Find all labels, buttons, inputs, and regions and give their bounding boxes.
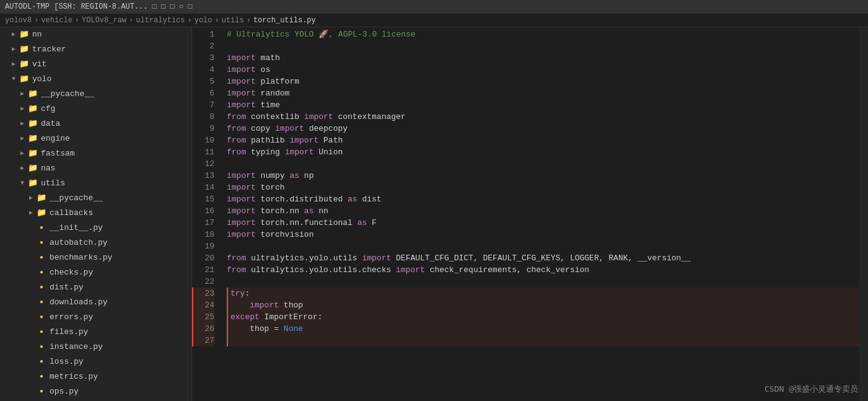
line-number: 19 bbox=[192, 240, 214, 252]
code-line: from ultralytics.yolo.utils.checks impor… bbox=[227, 264, 859, 276]
file-icon: ● bbox=[36, 326, 47, 338]
folder-icon: 📁 bbox=[36, 207, 47, 219]
line-number: 25 bbox=[192, 311, 214, 323]
line-numbers: 1234567891011121314151617181920212223242… bbox=[192, 27, 222, 401]
breadcrumb: yolov8›vehicle›YOLOv8_raw›ultralytics›yo… bbox=[5, 16, 316, 25]
sidebar-item-pycache__utils[interactable]: ▶📁__pycache__ bbox=[0, 191, 191, 206]
line-number: 12 bbox=[192, 158, 214, 170]
sidebar-item-pycache__yolo[interactable]: ▶📁__pycache__ bbox=[0, 87, 191, 102]
sidebar-item-label: metrics.py bbox=[50, 371, 98, 383]
sidebar-item-yolo[interactable]: ▼📁yolo bbox=[0, 72, 191, 87]
chevron-icon: ▶ bbox=[9, 58, 19, 71]
sidebar-item-engine[interactable]: ▶📁engine bbox=[0, 131, 191, 146]
code-line: import math bbox=[227, 52, 859, 64]
sidebar-item-label: autobatch.py bbox=[50, 237, 108, 249]
file-icon: ● bbox=[36, 386, 47, 398]
code-line: import torchvision bbox=[227, 229, 859, 240]
folder-icon: 📁 bbox=[27, 148, 38, 160]
line-number: 9 bbox=[192, 123, 214, 134]
chevron-icon: ▼ bbox=[9, 73, 19, 86]
sidebar-item-nas[interactable]: ▶📁nas bbox=[0, 161, 191, 176]
sidebar-item-metrics[interactable]: ●metrics.py bbox=[0, 369, 191, 384]
scrollbar[interactable] bbox=[859, 27, 868, 401]
sidebar-item-cfg[interactable]: ▶📁cfg bbox=[0, 102, 191, 117]
sidebar-item-label: loss.py bbox=[50, 356, 84, 368]
sidebar-item-label: engine bbox=[41, 133, 70, 145]
code-line bbox=[227, 158, 859, 170]
code-line: import random bbox=[227, 87, 859, 99]
chevron-icon: ▼ bbox=[17, 177, 27, 190]
sidebar-item-label: __pycache__ bbox=[50, 192, 103, 205]
sidebar-item-benchmarks[interactable]: ●benchmarks.py bbox=[0, 250, 191, 265]
sidebar-item-instance[interactable]: ●instance.py bbox=[0, 340, 191, 355]
code-line: from ultralytics.yolo.utils import DEFAU… bbox=[227, 252, 859, 264]
sidebar-item-errors[interactable]: ●errors.py bbox=[0, 310, 191, 325]
code-line: thop = None bbox=[227, 323, 859, 335]
line-number: 2 bbox=[192, 40, 214, 52]
file-icon: ● bbox=[36, 252, 47, 264]
sidebar-item-label: downloads.py bbox=[50, 296, 108, 309]
line-number: 14 bbox=[192, 182, 214, 193]
sidebar-item-label: yolo bbox=[32, 73, 51, 86]
chevron-icon: ▶ bbox=[17, 162, 27, 175]
line-number: 8 bbox=[192, 111, 214, 123]
sidebar-item-label: errors.py bbox=[50, 311, 93, 324]
sidebar-item-utils[interactable]: ▼📁utils bbox=[0, 176, 191, 191]
line-number: 1 bbox=[192, 29, 214, 40]
code-line: from typing import Union bbox=[227, 146, 859, 158]
chevron-icon: ▶ bbox=[26, 192, 36, 205]
folder-icon: 📁 bbox=[27, 177, 38, 190]
code-editor: 1234567891011121314151617181920212223242… bbox=[192, 27, 859, 401]
sidebar-item-vit[interactable]: ▶📁vit bbox=[0, 57, 191, 72]
sidebar-item-loss[interactable]: ●loss.py bbox=[0, 355, 191, 369]
sidebar-item-label: files.py bbox=[50, 326, 88, 338]
title-text: AUTODL-TMP [SSH: REGION-8.AUT... □ □ □ ○… bbox=[5, 2, 192, 11]
file-icon: ● bbox=[36, 296, 47, 309]
folder-icon: 📁 bbox=[19, 43, 30, 56]
sidebar-item-downloads[interactable]: ●downloads.py bbox=[0, 295, 191, 310]
file-icon: ● bbox=[36, 222, 47, 234]
code-line bbox=[227, 240, 859, 252]
folder-icon: 📁 bbox=[36, 192, 47, 205]
code-line: from pathlib import Path bbox=[227, 134, 859, 146]
chevron-icon: ▶ bbox=[9, 43, 19, 56]
code-line: from copy import deepcopy bbox=[227, 123, 859, 134]
sidebar-item-label: ops.py bbox=[50, 386, 79, 398]
folder-icon: 📁 bbox=[27, 118, 38, 130]
sidebar-item-tracker[interactable]: ▶📁tracker bbox=[0, 42, 191, 57]
code-line: try: bbox=[227, 288, 859, 299]
sidebar-item-label: vit bbox=[32, 58, 46, 71]
code-line: # Ultralytics YOLO 🚀, AGPL-3.0 license bbox=[227, 29, 859, 40]
watermark: CSDN @强盛小灵通专卖员 bbox=[765, 384, 858, 395]
file-icon: ● bbox=[36, 341, 47, 353]
sidebar-item-label: nas bbox=[41, 162, 55, 175]
sidebar-item-ops[interactable]: ●ops.py bbox=[0, 384, 191, 399]
line-number: 24 bbox=[192, 299, 214, 311]
code-line: import torch.nn as nn bbox=[227, 205, 859, 217]
folder-icon: 📁 bbox=[19, 58, 30, 71]
code-line: import thop bbox=[227, 299, 859, 311]
sidebar-item-label: tracker bbox=[32, 43, 66, 56]
sidebar-item-dist[interactable]: ●dist.py bbox=[0, 280, 191, 295]
line-number: 13 bbox=[192, 170, 214, 182]
line-number: 3 bbox=[192, 52, 214, 64]
sidebar-item-nn[interactable]: ▶📁nn bbox=[0, 27, 191, 42]
line-number: 5 bbox=[192, 76, 214, 87]
sidebar-item-files[interactable]: ●files.py bbox=[0, 325, 191, 340]
sidebar-item-checks[interactable]: ●checks.py bbox=[0, 265, 191, 280]
line-number: 15 bbox=[192, 193, 214, 205]
line-number: 26 bbox=[192, 323, 214, 335]
sidebar-item-label: fastsam bbox=[41, 148, 75, 160]
line-number: 17 bbox=[192, 217, 214, 229]
line-number: 4 bbox=[192, 64, 214, 76]
chevron-icon: ▶ bbox=[17, 103, 27, 115]
folder-icon: 📁 bbox=[27, 162, 38, 175]
sidebar-item-data[interactable]: ▶📁data bbox=[0, 117, 191, 131]
sidebar-item-autobatch[interactable]: ●autobatch.py bbox=[0, 236, 191, 250]
sidebar-item-__init__py[interactable]: ●__init__.py bbox=[0, 221, 191, 236]
sidebar-item-fastsam[interactable]: ▶📁fastsam bbox=[0, 146, 191, 161]
sidebar-item-label: instance.py bbox=[50, 341, 103, 353]
sidebar-item-callbacks[interactable]: ▶📁callbacks bbox=[0, 206, 191, 221]
sidebar-item-label: utils bbox=[41, 177, 65, 190]
code-content: # Ultralytics YOLO 🚀, AGPL-3.0 license i… bbox=[222, 27, 859, 401]
